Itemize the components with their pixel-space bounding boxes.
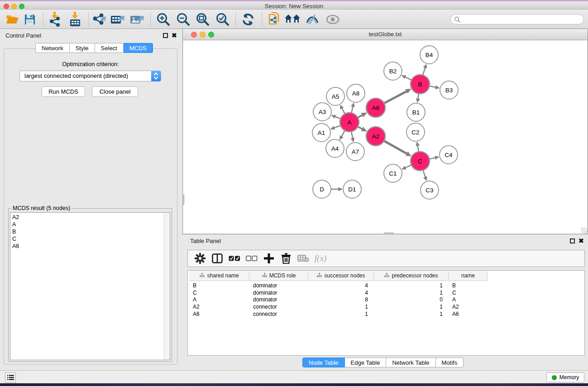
- graph-edge[interactable]: [351, 107, 353, 113]
- table-cell[interactable]: 0: [374, 296, 449, 304]
- mcds-result-item[interactable]: C: [12, 235, 19, 243]
- graph-edge[interactable]: [358, 127, 362, 129]
- criterion-dropdown[interactable]: largest connected component (directed): [19, 71, 161, 81]
- zoom-selected-icon[interactable]: [214, 10, 232, 29]
- zoom-fit-icon[interactable]: [194, 10, 212, 29]
- tab-mcds[interactable]: MCDS: [124, 43, 153, 53]
- graph-edge[interactable]: [423, 68, 425, 75]
- table-cell[interactable]: A6: [189, 311, 249, 318]
- import-table-icon[interactable]: [66, 10, 84, 29]
- column-header-successor-nodes[interactable]: successor nodes: [308, 271, 374, 281]
- zoom-in-icon[interactable]: [154, 10, 172, 29]
- graph-edge[interactable]: [405, 77, 411, 80]
- graph-edge[interactable]: [406, 165, 411, 168]
- tab-node-table[interactable]: Node Table: [302, 357, 345, 367]
- open-session-icon[interactable]: [266, 10, 284, 29]
- table-cell[interactable]: dominator: [249, 282, 308, 290]
- table-cell[interactable]: 1: [374, 311, 449, 318]
- export-table-icon[interactable]: [109, 10, 127, 29]
- export-image-icon[interactable]: [129, 10, 147, 29]
- table-cell[interactable]: A2: [449, 304, 488, 311]
- table-cell[interactable]: C: [189, 290, 249, 297]
- window-resize-grip[interactable]: [182, 195, 184, 205]
- graph-edge[interactable]: [335, 125, 341, 128]
- search-input[interactable]: [450, 14, 584, 24]
- close-table-panel-icon[interactable]: ✖: [578, 238, 584, 243]
- float-table-panel-icon[interactable]: [570, 238, 575, 243]
- zoom-out-icon[interactable]: [174, 10, 192, 29]
- table-cell[interactable]: C: [449, 290, 488, 297]
- graph-edge[interactable]: [351, 132, 353, 138]
- window-resize-corner[interactable]: [581, 228, 587, 234]
- graph-edge[interactable]: [335, 117, 340, 119]
- table-settings-icon[interactable]: [191, 251, 209, 266]
- import-network-icon[interactable]: [46, 10, 64, 29]
- column-visibility-icon[interactable]: [209, 251, 226, 266]
- select-all-icon[interactable]: [226, 251, 243, 266]
- table-cell[interactable]: 8: [308, 296, 374, 304]
- table-cell[interactable]: B: [449, 282, 488, 290]
- network-canvas[interactable]: B4B2BB3A5A8A6A3B1AA1C2A2A4A7C4CC1C3DD1: [183, 40, 587, 233]
- network-window-titlebar[interactable]: testGlobe.txt: [183, 29, 588, 40]
- table-cell[interactable]: 4: [308, 290, 374, 297]
- close-panel-button[interactable]: Close panel: [92, 86, 138, 97]
- table-cell[interactable]: 1: [308, 311, 374, 318]
- tab-network-table[interactable]: Network Table: [386, 357, 435, 367]
- tab-select[interactable]: Select: [95, 43, 124, 53]
- window-resize-grip[interactable]: [384, 233, 394, 234]
- graph-edge[interactable]: [418, 94, 419, 99]
- memory-button[interactable]: Memory: [546, 372, 584, 382]
- deselect-all-icon[interactable]: [243, 251, 260, 266]
- table-cell[interactable]: A: [449, 296, 488, 304]
- graph-edge[interactable]: [384, 141, 406, 153]
- graph-edge[interactable]: [429, 158, 435, 159]
- tab-edge-table[interactable]: Edge Table: [345, 357, 387, 367]
- export-network-icon[interactable]: [90, 10, 108, 29]
- tab-style[interactable]: Style: [70, 43, 95, 53]
- float-panel-icon[interactable]: [163, 33, 168, 38]
- graph-edge[interactable]: [423, 170, 425, 177]
- table-cell[interactable]: 1: [374, 282, 449, 290]
- mcds-result-item[interactable]: A6: [12, 243, 19, 250]
- close-panel-icon[interactable]: ✖: [172, 33, 177, 38]
- mcds-result-item[interactable]: B: [12, 228, 19, 235]
- table-cell[interactable]: A6: [449, 311, 488, 318]
- home-icon[interactable]: [284, 10, 302, 29]
- graph-edge[interactable]: [342, 109, 345, 114]
- node-table[interactable]: shared nameMCDS rolesuccessor nodesprede…: [187, 270, 585, 356]
- table-cell[interactable]: connector: [249, 304, 308, 311]
- graph-edge[interactable]: [342, 130, 345, 136]
- add-column-icon[interactable]: [260, 251, 277, 266]
- table-cell[interactable]: 1: [374, 304, 449, 311]
- mcds-result-list[interactable]: A2ABCA6: [10, 212, 170, 360]
- save-session-icon[interactable]: [21, 10, 39, 29]
- column-header-MCDS-role[interactable]: MCDS role: [249, 271, 308, 281]
- refresh-icon[interactable]: [239, 10, 257, 29]
- mcds-result-item[interactable]: A2: [12, 214, 19, 221]
- graph-edge[interactable]: [430, 86, 436, 87]
- table-cell[interactable]: 4: [308, 282, 374, 290]
- delete-column-icon[interactable]: [277, 251, 295, 266]
- graph-edge[interactable]: [418, 146, 419, 152]
- task-history-button[interactable]: [5, 372, 16, 383]
- column-header-predecessor-nodes[interactable]: predecessor nodes: [374, 271, 449, 281]
- table-cell[interactable]: A2: [189, 304, 249, 311]
- run-mcds-button[interactable]: Run MCDS: [42, 86, 85, 97]
- tab-network[interactable]: Network: [35, 43, 70, 53]
- table-cell[interactable]: connector: [249, 311, 308, 318]
- column-header-shared-name[interactable]: shared name: [189, 271, 249, 281]
- scrollbar[interactable]: [164, 213, 170, 360]
- graph-edge[interactable]: [384, 91, 406, 103]
- graph-edge[interactable]: [358, 115, 362, 117]
- tab-motifs[interactable]: Motifs: [436, 357, 464, 367]
- mcds-result-item[interactable]: A: [12, 221, 19, 228]
- table-cell[interactable]: 1: [374, 290, 449, 297]
- hide-graphics-details-icon[interactable]: [303, 10, 321, 29]
- table-cell[interactable]: dominator: [249, 296, 308, 304]
- table-cell[interactable]: B: [189, 282, 249, 290]
- column-header-name[interactable]: name: [449, 271, 488, 281]
- table-cell[interactable]: A: [189, 296, 249, 304]
- table-cell[interactable]: dominator: [249, 290, 308, 297]
- table-cell[interactable]: 1: [308, 304, 374, 311]
- open-file-icon[interactable]: [3, 10, 21, 29]
